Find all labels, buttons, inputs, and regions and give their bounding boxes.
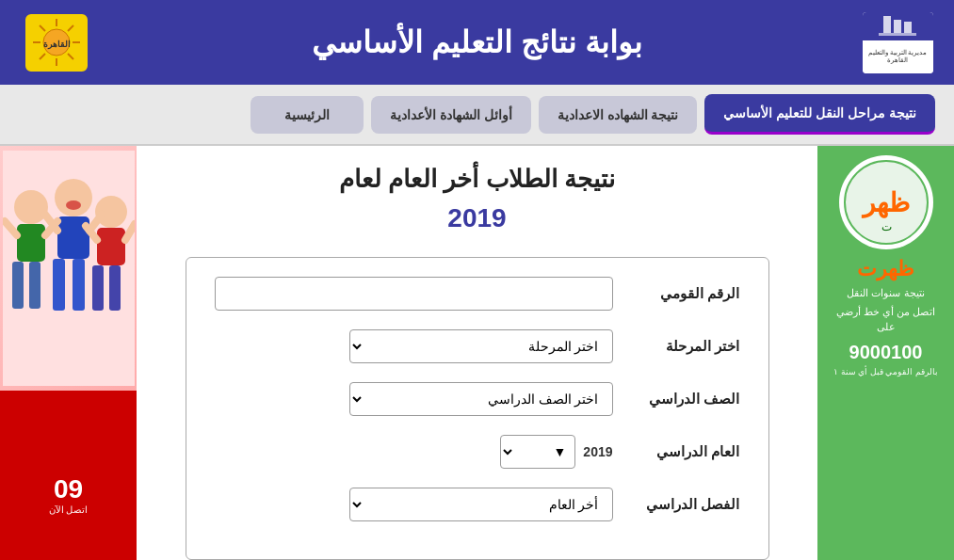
svg-rect-21 — [29, 262, 40, 309]
svg-point-18 — [14, 190, 48, 224]
svg-rect-2 — [904, 22, 912, 33]
stage-row: اختر المرحلة اختر المرحلة — [215, 329, 740, 363]
svg-rect-19 — [17, 224, 45, 262]
svg-rect-0 — [883, 16, 891, 33]
academic-year-row: العام الدراسي 2019 ▼ — [215, 435, 740, 469]
semester-row: الفصل الدراسي أخر العام — [215, 488, 740, 521]
sidebar-right-bottom: 09 اتصل الآن — [0, 391, 137, 560]
svg-point-22 — [55, 179, 92, 216]
semester-select[interactable]: أخر العام — [349, 488, 613, 521]
svg-rect-20 — [12, 262, 24, 309]
content-title: نتيجة الطلاب أخر العام لعام — [339, 165, 615, 194]
svg-line-12 — [40, 54, 45, 59]
national-id-label: الرقم القومي — [627, 285, 740, 302]
national-id-input[interactable] — [215, 277, 613, 311]
header: مديرية التربية والتعليمالقاهرة بوابة نتا… — [0, 0, 954, 85]
stage-select[interactable]: اختر المرحلة — [349, 329, 613, 363]
nav-item-home[interactable]: الرئيسية — [251, 96, 364, 134]
svg-rect-29 — [92, 265, 104, 311]
sidebar-phone: 9000100 — [849, 342, 923, 363]
sidebar-right-image — [0, 146, 137, 391]
svg-rect-25 — [73, 259, 85, 311]
year-row: 2019 ▼ — [500, 435, 612, 469]
sidebar-logo: ظهر ت — [839, 155, 933, 249]
svg-line-10 — [68, 54, 73, 59]
navigation: نتيجة مراحل النقل للتعليم الأساسي نتيجة … — [0, 85, 954, 146]
header-title: بوابة نتائج التعليم الأساسي — [19, 24, 935, 60]
logo-cairo: مديرية التربية والتعليمالقاهرة — [860, 9, 935, 75]
svg-rect-3 — [879, 33, 916, 36]
svg-rect-30 — [109, 265, 121, 311]
search-form: الرقم القومي اختر المرحلة اختر المرحلة ا… — [186, 257, 769, 560]
sidebar-tagline: نتيجة سنوات النقل — [847, 286, 924, 300]
svg-text:ت: ت — [881, 220, 891, 233]
sidebar-right-subtext: اتصل الآن — [49, 504, 89, 515]
main-layout: ظهر ت ظهرت نتيجة سنوات النقل اتصل من أي … — [0, 146, 954, 560]
main-content: نتيجة الطلاب أخر العام لعام 2019 الرقم ا… — [137, 146, 817, 560]
semester-label: الفصل الدراسي — [627, 496, 740, 513]
logo-sun: القاهرة — [19, 9, 94, 75]
stage-label: اختر المرحلة — [627, 338, 740, 355]
sidebar-left: ظهر ت ظهرت نتيجة سنوات النقل اتصل من أي … — [817, 146, 954, 560]
svg-rect-28 — [97, 228, 125, 265]
grade-label: الصف الدراسي — [627, 391, 740, 408]
svg-text:ظهر: ظهر — [861, 188, 910, 218]
sidebar-sub1: اتصل من أي خط أرضي على — [827, 305, 945, 334]
grade-select[interactable]: اختر الصف الدراسي — [349, 382, 613, 416]
svg-line-9 — [40, 25, 45, 31]
sidebar-sub2: بالرقم القومي قبل أي سنة ١ — [833, 367, 938, 376]
sidebar-right-number: 09 — [54, 474, 83, 504]
sidebar-right: 09 اتصل الآن — [0, 146, 137, 560]
nav-item-certificate[interactable]: نتيجة الشهاده الاعدادية — [539, 96, 698, 134]
svg-rect-24 — [53, 259, 65, 311]
nav-item-top-students[interactable]: أوائل الشهادة الأعدادية — [371, 96, 531, 134]
svg-rect-1 — [894, 20, 901, 33]
year-value: 2019 — [583, 444, 612, 459]
nav-item-transfer[interactable]: نتيجة مراحل النقل للتعليم الأساسي — [704, 94, 935, 135]
grade-row: الصف الدراسي اختر الصف الدراسي — [215, 382, 740, 416]
brand-name: ظهرت — [857, 257, 914, 281]
national-id-row: الرقم القومي — [215, 277, 740, 311]
svg-text:القاهرة: القاهرة — [42, 40, 70, 50]
content-year: 2019 — [447, 203, 506, 233]
svg-point-26 — [66, 200, 81, 210]
academic-year-label: العام الدراسي — [627, 443, 740, 460]
year-select[interactable]: ▼ — [500, 435, 575, 469]
svg-line-11 — [68, 25, 73, 31]
